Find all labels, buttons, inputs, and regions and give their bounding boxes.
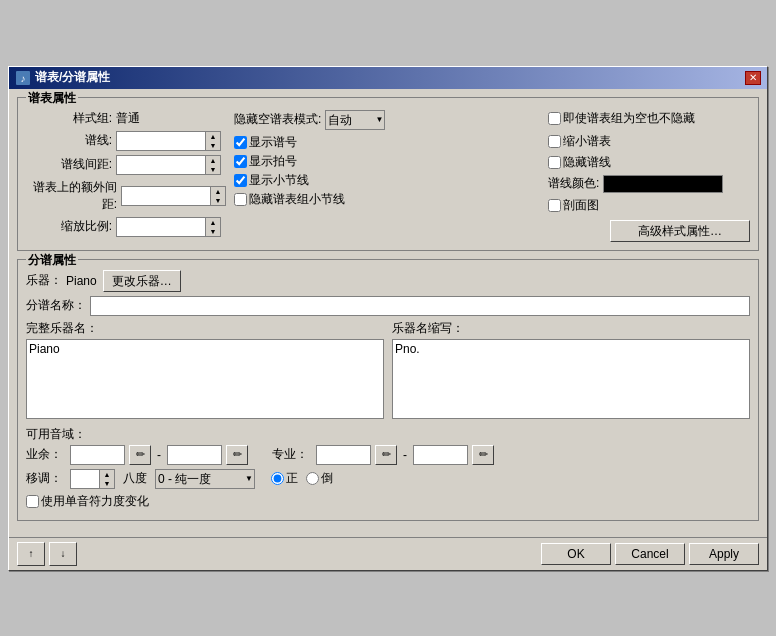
pro-low-input[interactable]: A 0 bbox=[316, 445, 371, 465]
staff-spacing-up[interactable]: ▲ bbox=[206, 156, 220, 165]
ok-button[interactable]: OK bbox=[541, 543, 611, 565]
extra-space-down[interactable]: ▼ bbox=[211, 196, 225, 205]
octave-select[interactable]: 0 - 纯一度 1 - 纯八度 -1 - 纯八度 bbox=[155, 469, 255, 489]
radio-normal[interactable] bbox=[271, 472, 284, 485]
full-name-textarea[interactable]: Piano bbox=[26, 339, 384, 419]
direction-radio-group: 正 倒 bbox=[271, 470, 333, 487]
staff-section-title: 谱表属性 bbox=[26, 90, 78, 107]
cb-show-time[interactable] bbox=[234, 155, 247, 168]
cb-show-staff-label: 显示谱号 bbox=[249, 134, 297, 151]
staff-lines-up[interactable]: ▲ bbox=[206, 132, 220, 141]
change-instrument-btn[interactable]: 更改乐器… bbox=[103, 270, 181, 292]
scale-up[interactable]: ▲ bbox=[206, 218, 220, 227]
transpose-input[interactable]: 0 bbox=[70, 469, 100, 489]
radio-reverse-item: 倒 bbox=[306, 470, 333, 487]
cb-show-barlines[interactable] bbox=[234, 174, 247, 187]
title-bar-left: ♪ 谱表/分谱属性 bbox=[15, 69, 110, 86]
extra-space-up[interactable]: ▲ bbox=[211, 187, 225, 196]
instrument-value: Piano bbox=[66, 274, 97, 288]
instrument-row: 乐器： Piano 更改乐器… bbox=[26, 270, 750, 292]
cb-hide-barlines[interactable] bbox=[234, 193, 247, 206]
svg-text:♪: ♪ bbox=[21, 73, 26, 84]
range-label: 可用音域： bbox=[26, 426, 750, 443]
extra-space-input[interactable]: 0.00谱线距 bbox=[121, 186, 211, 206]
advanced-btn[interactable]: 高级样式属性… bbox=[610, 220, 750, 242]
radio-reverse-label: 倒 bbox=[321, 470, 333, 487]
abbrev-name-label: 乐器名缩写： bbox=[392, 320, 750, 337]
octave-label: 八度 bbox=[123, 470, 147, 487]
amateur-low-edit-btn[interactable]: ✏ bbox=[129, 445, 151, 465]
names-cols: 完整乐器名： Piano 乐器名缩写： Pno. bbox=[26, 320, 750, 422]
transpose-label: 移调： bbox=[26, 470, 62, 487]
staff-lines-down[interactable]: ▼ bbox=[206, 141, 220, 150]
pro-high-input[interactable]: C S bbox=[413, 445, 468, 465]
amateur-high-input[interactable]: C S bbox=[167, 445, 222, 465]
line-color-swatch[interactable] bbox=[603, 175, 723, 193]
scale-label: 缩放比例: bbox=[26, 218, 116, 235]
scale-input[interactable]: 100.0% bbox=[116, 217, 206, 237]
dialog-footer: ↑ ↓ OK Cancel Apply bbox=[9, 537, 767, 570]
cb-small-staff[interactable] bbox=[548, 135, 561, 148]
line-color-label: 谱线颜色: bbox=[548, 175, 599, 192]
single-note-label: 使用单音符力度变化 bbox=[41, 493, 149, 510]
pro-low-edit-btn[interactable]: ✏ bbox=[375, 445, 397, 465]
pro-dash: - bbox=[403, 448, 407, 462]
full-name-label: 完整乐器名： bbox=[26, 320, 384, 337]
window-title: 谱表/分谱属性 bbox=[35, 69, 110, 86]
cb-section-break-label: 剖面图 bbox=[563, 197, 599, 214]
pro-high-edit-btn[interactable]: ✏ bbox=[472, 445, 494, 465]
title-bar: ♪ 谱表/分谱属性 ✕ bbox=[9, 67, 767, 89]
footer-right: OK Cancel Apply bbox=[541, 543, 759, 565]
radio-reverse[interactable] bbox=[306, 472, 319, 485]
amateur-high-edit-btn[interactable]: ✏ bbox=[226, 445, 248, 465]
transpose-spin: 0 ▲ ▼ bbox=[70, 469, 115, 489]
staff-spacing-down[interactable]: ▼ bbox=[206, 165, 220, 174]
single-note-row: 使用单音符力度变化 bbox=[26, 493, 750, 510]
cb-hide-lines[interactable] bbox=[548, 156, 561, 169]
app-icon: ♪ bbox=[15, 70, 31, 86]
radio-normal-item: 正 bbox=[271, 470, 298, 487]
cb-single-note[interactable] bbox=[26, 495, 39, 508]
hide-mode-select[interactable]: 自动 始终 从不 bbox=[325, 110, 385, 130]
cb-even-if-empty[interactable] bbox=[548, 112, 561, 125]
cb-even-if-empty-label: 即使谱表组为空也不隐藏 bbox=[563, 110, 695, 127]
staff-lines-input[interactable]: 5 bbox=[116, 131, 206, 151]
nav-up-btn[interactable]: ↑ bbox=[17, 542, 45, 566]
extra-space-label: 谱表上的额外间距: bbox=[26, 179, 121, 213]
cb-section-break[interactable] bbox=[548, 199, 561, 212]
style-group-row: 样式组: 普通 bbox=[26, 110, 226, 127]
abbrev-name-textarea[interactable]: Pno. bbox=[392, 339, 750, 419]
dialog-window: ♪ 谱表/分谱属性 ✕ 谱表属性 样式组: 普通 bbox=[8, 66, 768, 571]
amateur-label: 业余： bbox=[26, 446, 62, 463]
part-name-label: 分谱名称： bbox=[26, 297, 86, 314]
transpose-down[interactable]: ▼ bbox=[100, 479, 114, 488]
staff-left-col: 样式组: 普通 谱线: 5 ▲ ▼ bbox=[26, 110, 226, 242]
cb-show-time-row: 显示拍号 bbox=[234, 153, 540, 170]
cb-section-break-row: 剖面图 bbox=[548, 197, 750, 214]
footer-left: ↑ ↓ bbox=[17, 542, 77, 566]
amateur-low-input[interactable]: A 0 bbox=[70, 445, 125, 465]
staff-spacing-input[interactable]: 1.00谱线距 bbox=[116, 155, 206, 175]
staff-inner: 样式组: 普通 谱线: 5 ▲ ▼ bbox=[26, 110, 750, 242]
cb-show-staff[interactable] bbox=[234, 136, 247, 149]
abbrev-name-col: 乐器名缩写： Pno. bbox=[392, 320, 750, 422]
close-button[interactable]: ✕ bbox=[745, 71, 761, 85]
line-color-row: 谱线颜色: bbox=[548, 175, 750, 193]
staff-spacing-label: 谱线间距: bbox=[26, 156, 116, 173]
staff-lines-spin: 5 ▲ ▼ bbox=[116, 131, 221, 151]
nav-down-btn[interactable]: ↓ bbox=[49, 542, 77, 566]
cancel-button[interactable]: Cancel bbox=[615, 543, 685, 565]
cb-hide-lines-row: 隐藏谱线 bbox=[548, 154, 750, 171]
transpose-up[interactable]: ▲ bbox=[100, 470, 114, 479]
apply-button[interactable]: Apply bbox=[689, 543, 759, 565]
scale-down[interactable]: ▼ bbox=[206, 227, 220, 236]
hide-mode-row: 隐藏空谱表模式: 自动 始终 从不 ▼ bbox=[234, 110, 540, 130]
advanced-btn-wrapper: 高级样式属性… bbox=[548, 220, 750, 242]
cb-hide-lines-label: 隐藏谱线 bbox=[563, 154, 611, 171]
part-name-row: 分谱名称： Piano bbox=[26, 296, 750, 316]
hide-mode-label: 隐藏空谱表模式: bbox=[234, 111, 321, 128]
staff-lines-label: 谱线: bbox=[26, 132, 116, 149]
cb-small-staff-row: 缩小谱表 bbox=[548, 133, 750, 150]
cb-hide-barlines-row: 隐藏谱表组小节线 bbox=[234, 191, 540, 208]
part-name-input[interactable]: Piano bbox=[90, 296, 750, 316]
